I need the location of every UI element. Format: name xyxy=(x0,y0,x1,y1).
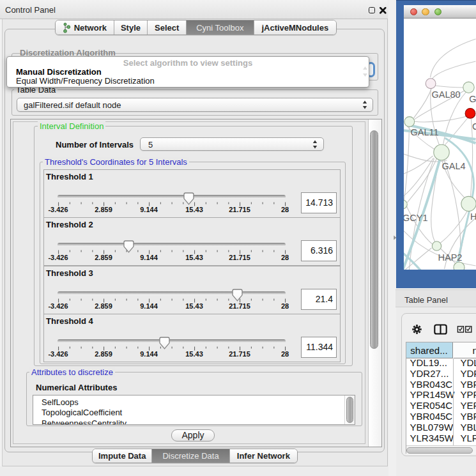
svg-text:C: C xyxy=(472,121,476,132)
svg-text:H: H xyxy=(470,211,476,222)
svg-text:HAP2: HAP2 xyxy=(438,252,463,263)
svg-text:GAL80: GAL80 xyxy=(432,89,461,100)
svg-text:G.: G. xyxy=(469,94,476,104)
svg-text:GCY1: GCY1 xyxy=(404,213,428,223)
svg-text:GAL11: GAL11 xyxy=(411,127,439,137)
svg-text:GAL4: GAL4 xyxy=(442,161,466,171)
